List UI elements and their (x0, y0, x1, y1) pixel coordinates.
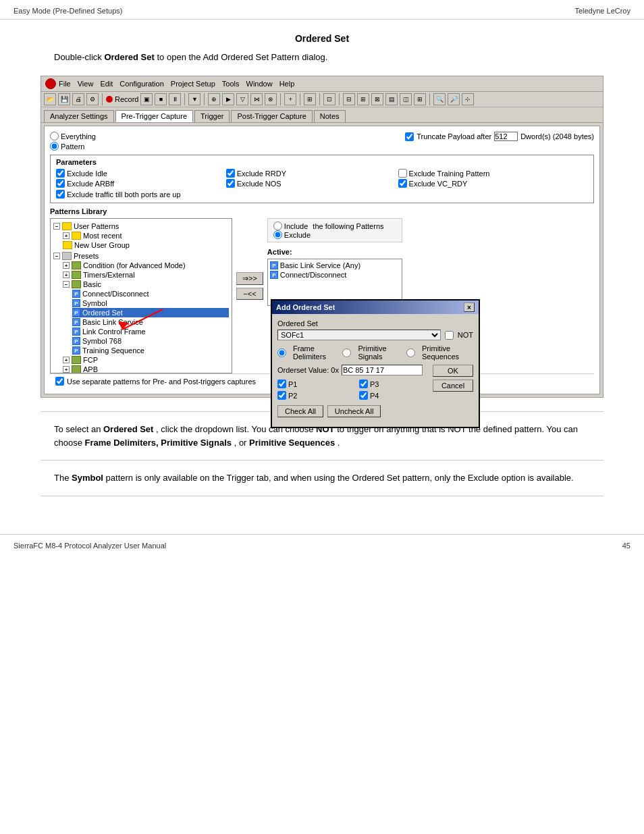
add-arrow-btn[interactable]: ⇒>> (236, 272, 263, 285)
dialog-close-btn[interactable]: × (464, 303, 475, 312)
tab-notes[interactable]: Notes (314, 110, 346, 122)
expander-most-recent[interactable]: + (63, 232, 70, 239)
menu-configuration[interactable]: Configuration (119, 80, 163, 88)
menu-project-setup[interactable]: Project Setup (171, 80, 215, 88)
tab-post-trigger[interactable]: Post-Trigger Capture (231, 110, 312, 122)
toolbar-trigger-btn[interactable]: ▼ (188, 93, 200, 105)
expander-fcp[interactable]: + (63, 357, 70, 363)
tree-link-control-frame[interactable]: P Link Control Frame (72, 327, 229, 336)
toolbar-misc-btn-3[interactable]: ⊗ (265, 93, 277, 105)
tree-presets[interactable]: − Presets (53, 251, 229, 261)
tree-symbol-768[interactable]: P Symbol 768 (72, 336, 229, 346)
tree-apb[interactable]: + APB (63, 365, 229, 373)
toolbar-misc-btn-1[interactable]: ⊕ (208, 93, 220, 105)
toolbar-zoom-out-btn[interactable]: 🔎 (448, 93, 460, 105)
tree-most-recent[interactable]: + Most recent (63, 231, 229, 240)
toolbar-misc-btn-5[interactable]: ⊞ (357, 93, 369, 105)
radio-primitive-sequences[interactable] (406, 348, 415, 357)
tree-new-user-group[interactable]: New User Group (63, 240, 229, 250)
check-exclude-nos[interactable] (226, 179, 235, 188)
toolbar-misc-btn-2[interactable]: ▶ (222, 93, 234, 105)
toolbar-record[interactable]: Record (106, 95, 138, 103)
tab-pre-trigger[interactable]: Pre-Trigger Capture (115, 110, 193, 122)
toolbar-btn-2[interactable]: ▣ (140, 93, 153, 105)
check-exclude-traffic[interactable] (56, 190, 65, 199)
menu-help[interactable]: Help (279, 80, 295, 88)
orderset-value-input[interactable] (342, 365, 423, 375)
menu-edit[interactable]: Edit (100, 80, 113, 88)
check-exclude-training[interactable] (398, 169, 407, 178)
menu-view[interactable]: View (78, 80, 94, 88)
expander-presets[interactable]: − (53, 253, 60, 259)
menu-window[interactable]: Window (246, 80, 273, 88)
toolbar-filter-btn[interactable]: ▽ (236, 93, 248, 105)
tab-analyzer-settings[interactable]: Analyzer Settings (44, 110, 114, 122)
toolbar-misc-btn-9[interactable]: ⊞ (414, 93, 426, 105)
expander-basic[interactable]: − (63, 281, 70, 288)
truncate-checkbox[interactable] (405, 132, 414, 141)
header-left: Easy Mode (Pre-Defined Setups) (14, 7, 122, 15)
tree-training-seq[interactable]: P Training Sequence (72, 346, 229, 355)
dialog-ordered-set-dropdown[interactable]: SOFc1 (277, 330, 441, 340)
toolbar-settings-btn[interactable]: ⚙ (86, 93, 99, 105)
checkbox-p2[interactable] (277, 391, 286, 400)
radio-primitive-signals[interactable] (342, 348, 351, 357)
radio-include[interactable] (273, 221, 282, 230)
tree-panel[interactable]: − User Patterns + Most recent New User G… (50, 218, 232, 373)
cancel-btn[interactable]: Cancel (433, 380, 473, 392)
toolbar-search-btn[interactable]: ⋈ (250, 93, 263, 105)
check-all-btn[interactable]: Check All (277, 405, 323, 417)
toolbar-misc-btn-7[interactable]: ▤ (385, 93, 398, 105)
toolbar-print-btn[interactable]: 🖨 (72, 93, 84, 105)
toolbar-open-btn[interactable]: 📂 (44, 93, 56, 105)
menu-tools[interactable]: Tools (222, 80, 240, 88)
toolbar-misc-btn-6[interactable]: ⊠ (371, 93, 383, 105)
tree-fcp[interactable]: + FCP (63, 355, 229, 365)
toolbar-save-btn[interactable]: 💾 (58, 93, 70, 105)
check-exclude-arbff[interactable] (56, 179, 65, 188)
menu-file[interactable]: File (59, 80, 71, 88)
toolbar-grid-btn[interactable]: ⊞ (304, 93, 316, 105)
toolbar-plus-btn[interactable]: + (284, 93, 296, 105)
check-exclude-rrdy[interactable] (226, 169, 235, 178)
tree-symbol[interactable]: P Symbol (72, 298, 229, 308)
radio-frame-delimiters[interactable] (277, 348, 286, 357)
toolbar-sep-3 (204, 93, 205, 105)
tree-connect-disconnect[interactable]: P Connect/Disconnect (72, 289, 229, 298)
expander-user-patterns[interactable]: − (53, 223, 60, 230)
checkbox-p4[interactable] (359, 391, 368, 400)
expander-apb[interactable]: + (63, 366, 70, 373)
truncate-value-input[interactable] (494, 132, 518, 141)
radio-everything[interactable] (50, 132, 59, 140)
tree-user-patterns[interactable]: − User Patterns (53, 221, 229, 231)
tree-ordered-set[interactable]: P Ordered Set (72, 308, 229, 317)
toolbar-misc-btn-4[interactable]: ⊡ (323, 93, 336, 105)
tree-timers[interactable]: + Timers/External (63, 270, 229, 280)
checkbox-p1[interactable] (277, 380, 286, 388)
radio-exclude[interactable] (273, 230, 282, 239)
desc-para-2: The Symbol pattern is only available on … (41, 471, 603, 485)
checkbox-p3[interactable] (359, 380, 368, 388)
use-separate-checkbox[interactable] (55, 377, 64, 386)
toolbar-pause-btn[interactable]: ⏸ (169, 93, 181, 105)
toolbar-table-btn[interactable]: ⊟ (343, 93, 355, 105)
tree-condition[interactable]: + Condition (for Advanced Mode) (63, 261, 229, 270)
dialog-not-checkbox[interactable] (445, 331, 454, 340)
toolbar-stop-btn[interactable]: ■ (155, 93, 167, 105)
expander-timers[interactable]: + (63, 271, 70, 278)
radio-pattern[interactable] (50, 142, 59, 151)
check-exclude-vc-rdy[interactable] (398, 179, 407, 188)
remove-arrow-btn[interactable]: −<< (236, 288, 263, 300)
tree-basic-link-service[interactable]: P Basic Link Service (72, 317, 229, 327)
toolbar-misc-btn-8[interactable]: ◫ (400, 93, 412, 105)
ok-btn[interactable]: OK (433, 365, 473, 377)
toolbar-zoom-in-btn[interactable]: 🔍 (433, 93, 446, 105)
toolbar-misc-btn-10[interactable]: ⊹ (462, 93, 474, 105)
expander-condition[interactable]: + (63, 262, 70, 269)
toolbar-sep-1 (102, 93, 103, 105)
check-exclude-idle[interactable] (56, 169, 65, 178)
tree-basic[interactable]: − Basic (63, 280, 229, 289)
uncheck-all-btn[interactable]: Uncheck All (327, 405, 381, 417)
footer-left: SierraFC M8-4 Protocol Analyzer User Man… (14, 542, 166, 550)
tab-trigger[interactable]: Trigger (194, 110, 230, 122)
